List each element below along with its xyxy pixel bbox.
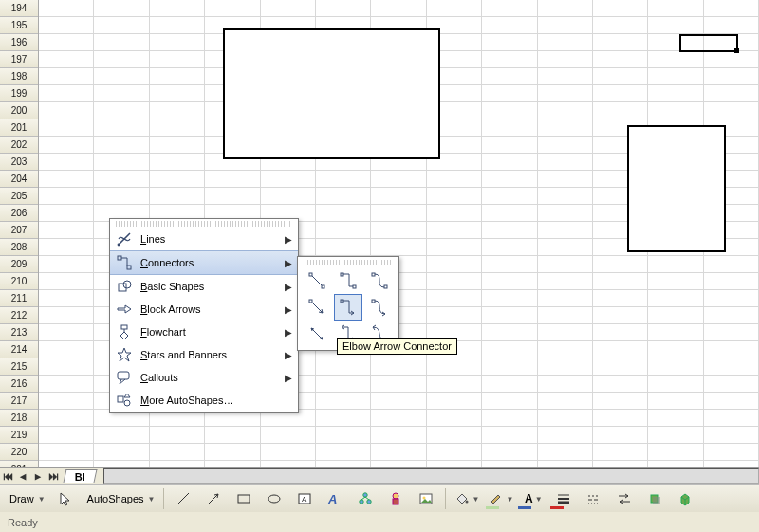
elbow-arrow-connector[interactable] bbox=[334, 294, 362, 321]
submenu-arrow-icon: ▶ bbox=[281, 327, 292, 338]
selected-cell[interactable] bbox=[679, 34, 738, 52]
row-header[interactable]: 206 bbox=[0, 205, 38, 222]
row-header[interactable]: 202 bbox=[0, 137, 38, 154]
line-style-icon bbox=[556, 491, 571, 506]
rectangle-shape[interactable] bbox=[223, 28, 440, 159]
row-header[interactable]: 219 bbox=[0, 427, 38, 444]
row-header[interactable]: 199 bbox=[0, 85, 38, 102]
row-header[interactable]: 198 bbox=[0, 68, 38, 85]
rectangle-tool[interactable] bbox=[230, 487, 258, 510]
row-header[interactable]: 200 bbox=[0, 102, 38, 119]
row-header[interactable]: 220 bbox=[0, 444, 38, 461]
row-header[interactable]: 212 bbox=[0, 307, 38, 324]
textbox-tool[interactable]: A bbox=[290, 487, 319, 510]
straight-arrow-connector[interactable] bbox=[303, 294, 331, 321]
svg-rect-2 bbox=[127, 266, 131, 269]
brush-icon bbox=[489, 493, 504, 504]
dash-style-button[interactable] bbox=[580, 487, 608, 510]
menu-item-basic-shapes[interactable]: Basic Shapes ▶ bbox=[110, 275, 298, 298]
menu-grip[interactable] bbox=[116, 221, 292, 227]
row-header[interactable]: 211 bbox=[0, 290, 38, 307]
row-header[interactable]: 214 bbox=[0, 341, 38, 358]
svg-point-19 bbox=[268, 495, 280, 503]
last-sheet-button[interactable]: ⏭ bbox=[46, 468, 61, 484]
row-header[interactable]: 215 bbox=[0, 358, 38, 376]
next-sheet-button[interactable]: ▶ bbox=[30, 468, 46, 484]
menu-label-text: tars and Banners bbox=[147, 349, 227, 360]
menu-item-flowchart[interactable]: Flowchart ▶ bbox=[110, 321, 298, 343]
menu-item-block-arrows[interactable]: Block Arrows ▶ bbox=[110, 298, 298, 321]
dash-style-icon bbox=[586, 491, 602, 506]
wordart-tool[interactable]: A bbox=[321, 487, 349, 510]
wordart-icon: A bbox=[327, 491, 342, 506]
row-header[interactable]: 208 bbox=[0, 239, 38, 256]
rectangle-shape[interactable] bbox=[627, 125, 726, 252]
straight-double-arrow-connector[interactable] bbox=[303, 321, 331, 347]
menu-item-lines[interactable]: Lines ▶ bbox=[110, 228, 298, 250]
font-a-icon: A bbox=[525, 492, 533, 505]
arrow-style-button[interactable] bbox=[610, 487, 639, 510]
row-header[interactable]: 201 bbox=[0, 119, 38, 137]
first-sheet-button[interactable]: ⏮ bbox=[0, 468, 15, 484]
row-header[interactable]: 205 bbox=[0, 188, 38, 205]
row-header[interactable]: 210 bbox=[0, 273, 38, 290]
select-objects-button[interactable] bbox=[51, 487, 80, 510]
palette-grip[interactable] bbox=[305, 260, 392, 265]
row-header[interactable]: 204 bbox=[0, 171, 38, 188]
shadow-style-button[interactable] bbox=[640, 487, 669, 510]
oval-tool[interactable] bbox=[260, 487, 288, 510]
svg-rect-7 bbox=[118, 396, 123, 402]
picture-tool[interactable] bbox=[412, 487, 440, 510]
menu-item-stars-banners[interactable]: Stars and Banners ▶ bbox=[110, 343, 298, 366]
row-header[interactable]: 196 bbox=[0, 34, 38, 51]
row-header[interactable]: 218 bbox=[0, 410, 38, 427]
submenu-arrow-icon: ▶ bbox=[281, 304, 292, 315]
svg-rect-12 bbox=[353, 285, 356, 288]
autoshapes-menu-button[interactable]: AutoShapes▼ bbox=[82, 487, 159, 510]
elbow-connector[interactable] bbox=[334, 267, 362, 294]
svg-rect-13 bbox=[372, 273, 375, 276]
svg-rect-17 bbox=[372, 300, 375, 303]
line-icon bbox=[176, 491, 191, 506]
svg-point-23 bbox=[363, 493, 367, 497]
fill-color-button[interactable]: ▼ bbox=[451, 487, 483, 510]
curved-connector[interactable] bbox=[365, 267, 394, 294]
row-header[interactable]: 217 bbox=[0, 393, 38, 410]
cube-icon bbox=[677, 491, 693, 506]
toolbar-separator bbox=[163, 488, 164, 509]
sheet-tab[interactable]: Bl bbox=[64, 469, 98, 483]
row-header[interactable]: 209 bbox=[0, 256, 38, 273]
straight-connector[interactable] bbox=[303, 267, 331, 294]
row-header[interactable]: 194 bbox=[0, 0, 38, 17]
tooltip: Elbow Arrow Connector bbox=[337, 338, 457, 355]
row-header[interactable]: 213 bbox=[0, 324, 38, 341]
clipart-tool[interactable] bbox=[381, 487, 410, 510]
row-header[interactable]: 203 bbox=[0, 154, 38, 171]
line-color-swatch bbox=[518, 506, 531, 509]
menu-item-connectors[interactable]: Connectors ▶ bbox=[110, 250, 298, 275]
menu-item-callouts[interactable]: Callouts ▶ bbox=[110, 366, 298, 389]
fill-color-swatch bbox=[486, 506, 499, 509]
sheet-tab-bar: ⏮ ◀ ▶ ⏭ Bl bbox=[0, 467, 759, 485]
row-header[interactable]: 216 bbox=[0, 376, 38, 393]
svg-rect-6 bbox=[118, 372, 129, 379]
svg-rect-1 bbox=[118, 256, 121, 260]
autoshapes-menu: Lines ▶ Connectors ▶ Basic Shapes ▶ Bloc… bbox=[109, 218, 299, 413]
row-header-column: 194 195 196 197 198 199 200 201 202 203 … bbox=[0, 0, 39, 467]
row-header[interactable]: 195 bbox=[0, 17, 38, 34]
row-header[interactable]: 207 bbox=[0, 222, 38, 239]
line-tool[interactable] bbox=[169, 487, 197, 510]
prev-sheet-button[interactable]: ◀ bbox=[15, 468, 30, 484]
menu-label-text: onnectors bbox=[148, 257, 194, 268]
menu-item-more-autoshapes[interactable]: More AutoShapes… bbox=[110, 389, 298, 412]
3d-style-button[interactable] bbox=[671, 487, 699, 510]
arrow-tool[interactable] bbox=[199, 487, 228, 510]
curved-arrow-connector[interactable] bbox=[365, 294, 394, 321]
horizontal-scrollbar[interactable] bbox=[103, 468, 759, 484]
basic-shapes-icon bbox=[114, 276, 135, 297]
arrow-icon bbox=[206, 491, 221, 506]
autoshapes-label: AutoShapes bbox=[85, 493, 146, 504]
diagram-tool[interactable] bbox=[351, 487, 380, 510]
row-header[interactable]: 197 bbox=[0, 51, 38, 68]
draw-menu-button[interactable]: Draw▼ bbox=[4, 487, 49, 510]
